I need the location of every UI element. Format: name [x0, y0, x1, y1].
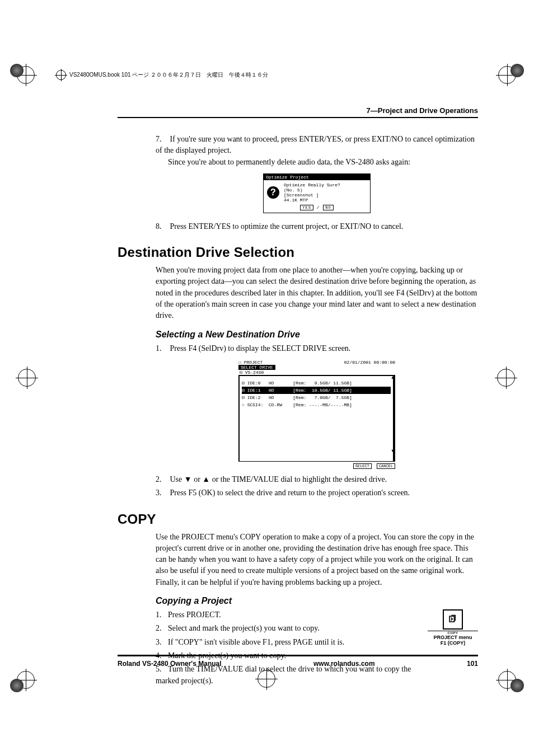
crosshair-icon — [56, 70, 66, 80]
copy-step-1: 1.Press PROJECT. — [156, 609, 413, 621]
step-subtext: Since you're about to permanently delete… — [168, 157, 410, 168]
step-number: 2. — [156, 474, 168, 485]
copy-icon-caption-2: F1 (COPY) — [428, 640, 478, 646]
copy-menu-icon — [443, 609, 463, 630]
print-meta-line: VS2480OMUS.book 101 ページ ２００６年２月７日 火曜日 午後… — [56, 70, 268, 80]
drive-list: ▲ ⊟ IDE:0 HD [Rem: 9.5GB/ 11.5GB] ⊟ IDE:… — [238, 375, 395, 462]
drive-row[interactable]: ○ SCSI4: CD-RW [Rem: ---.-MB/---.-MB] — [242, 401, 391, 408]
page-footer: Roland VS-2480 Owner's Manual www.roland… — [118, 655, 478, 668]
copying-project-subheading: Copying a Project — [156, 596, 478, 606]
registration-disc-icon — [510, 679, 524, 692]
copy-icon-caption-1: PROJECT menu — [428, 635, 478, 640]
copy-step-3: 3.If "COPY" isn't visible above F1, pres… — [156, 637, 413, 648]
step-text: Press F4 (SelDrv) to display the SELECT … — [170, 344, 351, 353]
step-number: 3. — [156, 487, 168, 499]
footer-page-number: 101 — [467, 660, 478, 668]
print-meta-text: VS2480OMUS.book 101 ページ ２００６年２月７日 火曜日 午後… — [69, 71, 268, 79]
dialog-title: Optimize Project — [264, 174, 370, 180]
screen-window-label: PROJECT — [244, 360, 263, 365]
drive-row-selected[interactable]: ⊟ IDE:1 HD [Rem: 10.5GB/ 11.5GB] — [242, 387, 391, 394]
optimize-confirm-dialog: Optimize Project ? Optimize Really Sure?… — [263, 173, 371, 213]
step-text: If you're sure you want to proceed, pres… — [156, 135, 475, 154]
step-1: 1. Press F4 (SelDrv) to display the SELE… — [156, 343, 478, 354]
scroll-up-icon[interactable]: ▲ — [391, 375, 394, 380]
registration-disc-icon — [510, 64, 524, 77]
drive-row[interactable]: ⊟ IDE:0 HD [Rem: 9.5GB/ 11.5GB] — [242, 379, 391, 387]
copy-paragraph: Use the PROJECT menu's COPY operation to… — [156, 532, 478, 588]
chapter-header: 7—Project and Drive Operations — [118, 106, 478, 118]
registration-disc-icon — [10, 679, 24, 692]
scroll-down-icon[interactable]: ▼ — [391, 448, 394, 453]
step-text: Press F5 (OK) to select the drive and re… — [170, 489, 410, 497]
screen-title: SELECT DRIVE — [238, 365, 275, 370]
destination-drive-paragraph: When you're moving project data from one… — [156, 265, 478, 321]
drive-row[interactable]: ⊟ IDE:2 HD [Rem: 7.0GB/ 7.5GB] — [242, 394, 391, 401]
step-text: Use ▼ or ▲ or the TIME/VALUE dial to hig… — [170, 475, 387, 483]
crop-mark — [18, 369, 37, 388]
no-button[interactable]: NO — [323, 205, 333, 210]
footer-url: www.rolandus.com — [313, 660, 375, 668]
destination-drive-heading: Destination Drive Selection — [118, 245, 478, 260]
step-text: Press ENTER/YES to optimize the current … — [170, 222, 404, 231]
registration-disc-icon — [10, 64, 24, 77]
copy-icon-label: COPY — [428, 631, 478, 635]
step-number: 7. — [156, 134, 168, 145]
copy-icon-caption-block: COPY PROJECT menu F1 (COPY) — [428, 609, 478, 646]
cancel-button[interactable]: CANCEL — [377, 463, 395, 469]
question-icon: ? — [267, 186, 279, 199]
dialog-text: Optimize Really Sure? (No. 5) [Screensho… — [284, 182, 340, 203]
selecting-drive-subheading: Selecting a New Destination Drive — [156, 330, 478, 340]
yes-button[interactable]: YES — [300, 205, 313, 210]
select-drive-screen: ☐ PROJECT 02/01/2001 00:00:00 SELECT DRI… — [238, 360, 395, 468]
footer-manual-title: Roland VS-2480 Owner's Manual — [118, 660, 222, 668]
step-3: 3. Press F5 (OK) to select the drive and… — [156, 487, 478, 499]
step-8: 8. Press ENTER/YES to optimize the curre… — [156, 221, 478, 232]
select-button[interactable]: SELECT — [353, 463, 372, 469]
step-7: 7. If you're sure you want to proceed, p… — [156, 134, 478, 168]
step-number: 1. — [156, 343, 168, 354]
copy-step-2: 2.Select and mark the project(s) you wan… — [156, 623, 413, 634]
screen-model: VS-2480 — [245, 370, 264, 375]
copy-heading: COPY — [118, 511, 478, 527]
crop-mark — [497, 369, 516, 388]
step-2: 2. Use ▼ or ▲ or the TIME/VALUE dial to … — [156, 474, 478, 485]
screen-timestamp: 02/01/2001 00:00:00 — [344, 360, 395, 365]
step-number: 8. — [156, 221, 168, 232]
